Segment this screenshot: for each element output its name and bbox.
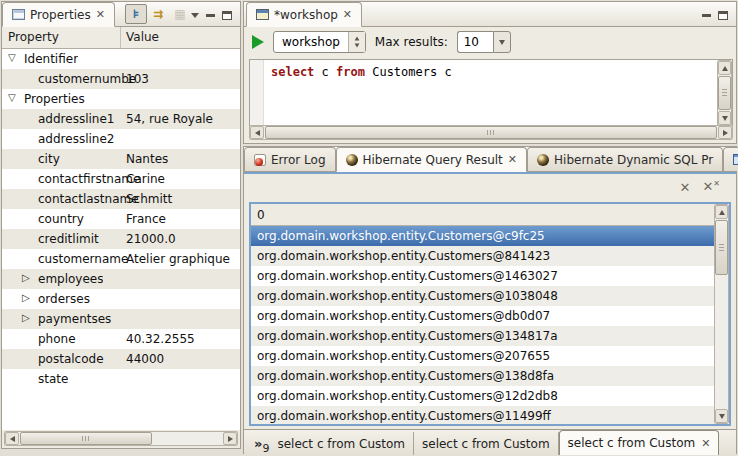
properties-rows: ▽Identifiercustomernumbe103▽Propertiesad… <box>2 49 240 430</box>
value-column-label[interactable]: Value <box>126 30 159 44</box>
view-menu-icon[interactable] <box>191 13 199 18</box>
result-row[interactable]: org.domain.workshop.entity.Customers@841… <box>251 246 714 266</box>
property-row[interactable]: phone40.32.2555 <box>2 329 240 349</box>
tree-icon: ⊧ <box>133 7 140 21</box>
maximize-icon[interactable] <box>718 11 728 20</box>
column-divider[interactable] <box>120 27 121 48</box>
close-icon[interactable]: ✕ <box>96 9 105 20</box>
close-icon[interactable]: ✕ <box>508 154 517 165</box>
editor-tabrow: *workshop ✕ <box>244 2 736 27</box>
scrollbar-thumb[interactable] <box>265 126 717 139</box>
property-row[interactable]: addressline154, rue Royale <box>2 109 240 129</box>
result-row[interactable]: org.domain.workshop.entity.Customers@12d… <box>251 386 714 406</box>
editor-vscrollbar[interactable] <box>717 60 732 126</box>
property-row[interactable]: postalcode44000 <box>2 349 240 369</box>
property-row[interactable]: ▽Identifier <box>2 49 240 69</box>
close-icon[interactable]: ✕ <box>701 438 710 449</box>
query-text[interactable]: select c from Customers c <box>271 65 452 79</box>
dropdown-icon[interactable] <box>493 31 511 53</box>
results-column-header[interactable]: 0 <box>251 204 714 226</box>
expand-closed-icon[interactable]: ▷ <box>22 312 30 323</box>
result-row[interactable]: org.domain.workshop.entity.Customers@207… <box>251 346 714 366</box>
spinner-icon[interactable] <box>348 32 365 52</box>
scrollbar-thumb[interactable] <box>715 220 728 275</box>
result-row[interactable]: org.domain.workshop.entity.Customers@103… <box>251 286 714 306</box>
query-editor[interactable]: select c from Customers c <box>249 59 733 127</box>
chevron-icon: » <box>254 437 262 450</box>
max-results-select[interactable]: 10 <box>457 31 511 53</box>
expand-closed-icon[interactable]: ▷ <box>22 292 30 303</box>
result-row[interactable]: org.domain.workshop.entity.Customers@134… <box>251 326 714 346</box>
property-row[interactable]: countryFrance <box>2 209 240 229</box>
results-vscrollbar[interactable] <box>714 204 729 424</box>
property-name: state <box>38 372 68 386</box>
property-row[interactable]: contactfirstnameCarine <box>2 169 240 189</box>
tab-workshop-editor[interactable]: *workshop ✕ <box>246 2 362 27</box>
editor-gutter <box>250 60 264 126</box>
property-row[interactable]: state <box>2 369 240 389</box>
property-row[interactable]: addressline2 <box>2 129 240 149</box>
max-results-value[interactable]: 10 <box>457 31 493 53</box>
console-icon <box>733 154 738 165</box>
result-row[interactable]: org.domain.workshop.entity.Customers@146… <box>251 266 714 286</box>
query-page-tab[interactable]: select c from Custom <box>269 432 414 455</box>
expand-closed-icon[interactable]: ▷ <box>22 272 30 283</box>
tree-mode-button[interactable]: ⊧ <box>125 4 147 24</box>
expand-open-icon[interactable]: ▽ <box>8 52 16 63</box>
scroll-down-icon[interactable] <box>718 111 731 125</box>
tab-properties[interactable]: Properties ✕ <box>2 2 115 27</box>
editor-hscrollbar[interactable] <box>249 125 733 140</box>
property-row[interactable]: creditlimit21000.0 <box>2 229 240 249</box>
property-column-label[interactable]: Property <box>8 30 59 44</box>
result-row[interactable]: org.domain.workshop.entity.Customers@138… <box>251 366 714 386</box>
overflow-count: 9 <box>262 442 269 455</box>
restore-default-button[interactable]: ▦ <box>169 4 191 24</box>
scroll-up-icon[interactable] <box>715 205 728 219</box>
query-page-tab[interactable]: select c from Custom <box>414 432 559 455</box>
property-row[interactable]: ▽Properties <box>2 89 240 109</box>
close-all-query-pages-icon[interactable]: ✕✕ <box>702 180 720 193</box>
hql-text: Customers c <box>365 65 452 79</box>
property-row[interactable]: ▷orderses <box>2 289 240 309</box>
scroll-left-icon[interactable] <box>5 432 19 445</box>
property-value: Schmitt <box>126 192 172 206</box>
scroll-left-icon[interactable] <box>250 126 264 139</box>
minimize-icon[interactable] <box>702 14 711 17</box>
tab-console[interactable]: Console <box>723 147 738 171</box>
close-query-page-icon[interactable]: ✕ <box>679 181 690 194</box>
tab-hibernate-query-result[interactable]: Hibernate Query Result✕ <box>336 147 528 172</box>
property-row[interactable]: contactlastnameSchmitt <box>2 189 240 209</box>
expand-open-icon[interactable]: ▽ <box>8 92 16 103</box>
close-icon[interactable]: ✕ <box>343 9 352 20</box>
property-name: contactlastname <box>38 192 139 206</box>
scrollbar-thumb[interactable] <box>20 432 152 445</box>
query-page-tab[interactable]: select c from Custom✕ <box>559 430 720 455</box>
show-advanced-button[interactable]: ⇉ <box>147 4 169 24</box>
configuration-select[interactable]: workshop <box>273 31 366 53</box>
show-advanced-icon: ⇉ <box>153 7 163 21</box>
property-row[interactable]: ▷employees <box>2 269 240 289</box>
maximize-icon[interactable] <box>222 11 232 20</box>
result-row[interactable]: org.domain.workshop.entity.Customers@db0… <box>251 306 714 326</box>
scroll-down-icon[interactable] <box>715 409 728 423</box>
scrollbar-thumb[interactable] <box>718 76 731 110</box>
property-row[interactable]: cityNantes <box>2 149 240 169</box>
property-row[interactable]: customernameAtelier graphique <box>2 249 240 269</box>
minimize-icon[interactable] <box>206 14 215 17</box>
scroll-up-icon[interactable] <box>718 61 731 75</box>
run-query-icon[interactable] <box>252 35 264 49</box>
result-row[interactable]: org.domain.workshop.entity.Customers@c9f… <box>251 226 714 246</box>
scroll-right-icon[interactable] <box>223 432 237 445</box>
tab-overflow-indicator[interactable]: » 9 <box>244 435 269 455</box>
tab-error-log[interactable]: Error Log <box>244 147 336 171</box>
property-row[interactable]: ▷paymentses <box>2 309 240 329</box>
property-name: employees <box>38 272 103 286</box>
tab-hibernate-dynamic-sql-pr[interactable]: Hibernate Dynamic SQL Pr <box>527 147 723 171</box>
properties-hscrollbar[interactable] <box>4 431 238 446</box>
property-value: France <box>126 212 166 226</box>
property-row[interactable]: customernumbe103 <box>2 69 240 89</box>
result-row[interactable]: org.domain.workshop.entity.Customers@114… <box>251 406 714 424</box>
scroll-right-icon[interactable] <box>718 126 732 139</box>
tab-label: select c from Custom <box>277 437 405 451</box>
property-name: creditlimit <box>38 232 99 246</box>
